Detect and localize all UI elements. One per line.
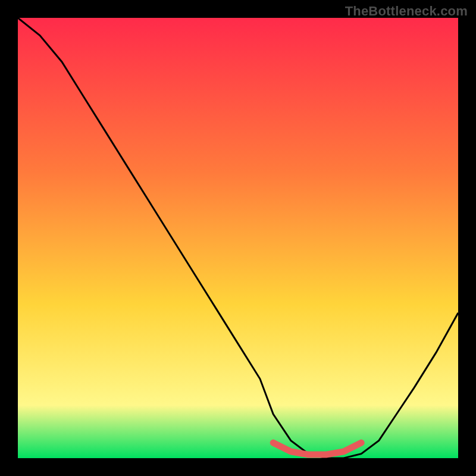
bottleneck-chart bbox=[18, 18, 458, 458]
plot-area bbox=[18, 18, 458, 458]
watermark-text: TheBottleneck.com bbox=[345, 4, 468, 19]
gradient-background bbox=[18, 18, 458, 458]
chart-frame: TheBottleneck.com bbox=[0, 0, 476, 476]
